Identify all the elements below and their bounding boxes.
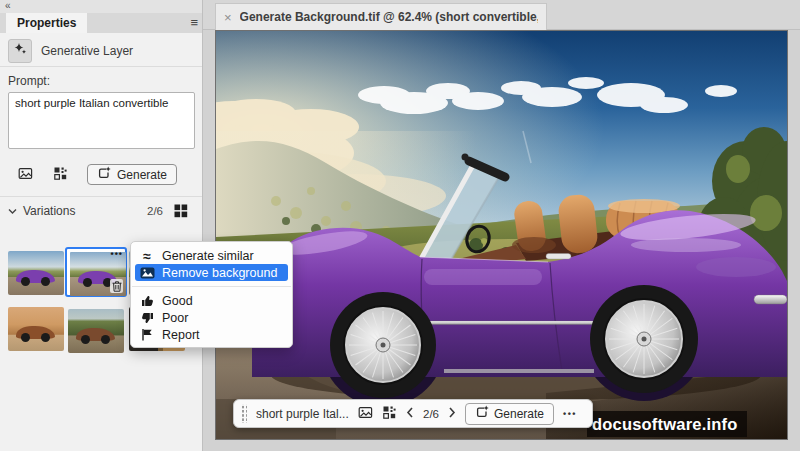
next-variation-button[interactable] [448, 406, 456, 421]
menu-item-poor[interactable]: Poor [131, 309, 292, 326]
menu-item-remove-background[interactable]: Remove background [135, 264, 288, 281]
variation-thumbnail-2-selected[interactable]: ••• [65, 247, 127, 297]
drag-handle-icon[interactable] [240, 404, 247, 423]
document-tab[interactable]: × Generate Background.tif @ 62.4% (short… [215, 3, 547, 30]
panel-tab-bar: Properties ≡ [0, 13, 202, 33]
variation-position: 2/6 [423, 408, 439, 420]
document-title: Generate Background.tif @ 62.4% (short c… [240, 10, 538, 24]
taskbar-prompt-text[interactable]: short purple Ital... [256, 407, 349, 421]
generative-layer-row: Generative Layer [0, 37, 202, 64]
document-area: × Generate Background.tif @ 62.4% (short… [203, 0, 800, 451]
thumbnail-more-icon[interactable]: ••• [111, 249, 123, 259]
prompt-label: Prompt: [8, 74, 194, 88]
remove-background-icon [138, 267, 156, 279]
menu-item-label: Report [162, 328, 200, 342]
prompt-actions-row: Generate [0, 164, 202, 185]
variation-context-menu: ≈ Generate similar Remove background Goo… [130, 241, 293, 348]
menu-item-label: Generate similar [162, 249, 254, 263]
reference-image-button[interactable] [358, 405, 373, 423]
scene-purple-convertible [216, 31, 787, 439]
menu-item-label: Good [162, 294, 193, 308]
generate-button-label: Generate [117, 168, 167, 182]
document-tab-bar: × Generate Background.tif @ 62.4% (short… [203, 0, 800, 30]
menu-item-generate-similar[interactable]: ≈ Generate similar [131, 247, 292, 264]
close-icon[interactable]: × [224, 11, 232, 24]
watermark: docusoftware.info [587, 411, 747, 437]
menu-item-label: Remove background [162, 266, 277, 280]
thumbs-down-icon [138, 311, 156, 324]
grid-view-icon[interactable] [174, 204, 188, 218]
generate-icon [475, 405, 489, 422]
flag-icon [138, 328, 156, 341]
variations-count: 2/6 [147, 205, 163, 217]
chevron-right-icon [448, 406, 456, 421]
generate-similar-icon: ≈ [138, 249, 156, 263]
tab-properties[interactable]: Properties [6, 13, 87, 33]
qr-grid-icon [382, 405, 397, 423]
trash-icon[interactable] [110, 279, 123, 293]
generative-layer-button[interactable] [8, 39, 32, 63]
variations-header: Variations 2/6 [8, 203, 194, 219]
variation-thumbnail-5[interactable] [68, 309, 124, 353]
chevron-left-icon [406, 406, 414, 421]
menu-item-good[interactable]: Good [131, 292, 292, 309]
divider [0, 66, 202, 67]
canvas-pasteboard: docusoftware.info short purple Ital... [203, 30, 800, 451]
divider [0, 196, 202, 197]
more-options-icon[interactable]: ••• [563, 409, 577, 419]
menu-separator [132, 286, 291, 287]
photoshop-window: « Properties ≡ Generative Layer Prompt: … [0, 0, 800, 451]
properties-panel: « Properties ≡ Generative Layer Prompt: … [0, 0, 203, 451]
generate-button[interactable]: Generate [465, 403, 554, 425]
prompt-input[interactable]: short purple Italian convertible [8, 92, 195, 149]
mini-car-shape [16, 270, 55, 282]
generate-icon [97, 166, 111, 183]
mini-car-shape [16, 326, 55, 338]
generate-button-label: Generate [494, 407, 544, 421]
variations-label[interactable]: Variations [23, 204, 75, 218]
collapse-panels-icon[interactable]: « [5, 0, 10, 11]
seed-variations-button[interactable] [52, 166, 70, 184]
generative-layer-label: Generative Layer [41, 44, 133, 58]
thumbs-up-icon [138, 294, 156, 307]
mini-car-shape [76, 328, 115, 340]
panel-collapse-bar: « [0, 0, 202, 13]
image-icon [358, 405, 373, 423]
previous-variation-button[interactable] [406, 406, 414, 421]
seed-variations-button[interactable] [382, 405, 397, 423]
sparkle-icon [12, 41, 28, 61]
contextual-task-bar: short purple Ital... 2/6 [233, 399, 593, 428]
reference-image-button[interactable] [17, 166, 35, 184]
variation-thumbnail-4[interactable] [8, 307, 64, 351]
variation-thumbnail-1[interactable] [8, 251, 64, 295]
generate-button[interactable]: Generate [87, 164, 177, 185]
menu-item-report[interactable]: Report [131, 326, 292, 343]
qr-grid-icon [53, 166, 68, 184]
menu-item-label: Poor [162, 311, 188, 325]
canvas-image[interactable] [216, 31, 787, 439]
panel-menu-icon[interactable]: ≡ [190, 15, 198, 30]
chevron-down-icon[interactable] [8, 208, 17, 215]
image-icon [18, 166, 33, 184]
